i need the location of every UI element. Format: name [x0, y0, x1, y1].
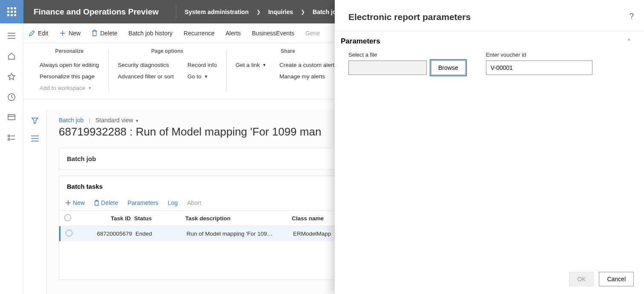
tasks-delete[interactable]: Delete [94, 199, 118, 206]
workspace-icon[interactable] [7, 113, 16, 122]
manage-my-alerts[interactable]: Manage my alerts [279, 71, 340, 82]
strip-group-page-options: Page options Security diagnostics Advanc… [109, 48, 226, 94]
strip-group-share: Share Get a link▾ Create a custom alert▾… [226, 48, 350, 94]
voucher-id-label: Enter voucher id [486, 52, 592, 58]
flyout-footer: OK Cancel [335, 264, 644, 294]
list-icon[interactable] [31, 135, 39, 143]
flyout-title: Electronic report parameters [348, 12, 471, 22]
svg-rect-3 [8, 138, 10, 140]
generate-action-truncated[interactable]: Gene [305, 30, 320, 37]
hamburger-icon[interactable] [7, 31, 16, 40]
alerts-action[interactable]: Alerts [225, 30, 241, 37]
parameters-flyout: Electronic report parameters ? Parameter… [335, 0, 644, 294]
chevron-down-icon: ▾ [263, 62, 266, 68]
add-to-workspace[interactable]: Add to workspace▾ [40, 82, 99, 94]
personalize-this-page[interactable]: Personalize this page [40, 71, 99, 82]
home-icon[interactable] [7, 52, 16, 61]
chevron-right-icon: ❯ [256, 9, 261, 15]
breadcrumb: System administration ❯ Inquiries ❯ Batc… [185, 9, 343, 15]
col-task-desc[interactable]: Task description [185, 215, 292, 222]
record-mini-rail [23, 109, 47, 294]
strip-head-page-options: Page options [118, 48, 217, 54]
modules-icon[interactable] [7, 133, 16, 143]
recurrence-action[interactable]: Recurrence [184, 30, 214, 37]
standard-view-dropdown[interactable]: Standard view ▾ [95, 117, 138, 124]
chevron-right-icon: ❯ [301, 9, 305, 15]
left-nav-rail [0, 23, 23, 294]
voucher-id-input[interactable] [486, 61, 592, 75]
strip-head-share: Share [236, 48, 340, 54]
batch-job-link[interactable]: Batch job [59, 117, 83, 124]
select-all-radio[interactable] [64, 214, 71, 221]
browse-button[interactable]: Browse [431, 61, 466, 75]
security-diagnostics[interactable]: Security diagnostics [118, 59, 174, 71]
create-custom-alert[interactable]: Create a custom alert▾ [279, 59, 340, 71]
go-to[interactable]: Go to▾ [187, 71, 217, 82]
field-select-file: Select a file Browse [348, 52, 466, 75]
new-action[interactable]: New [59, 30, 80, 37]
tasks-parameters[interactable]: Parameters [127, 199, 158, 206]
cell-desc: Run of Model mapping 'For 109… [187, 231, 293, 237]
flyout-section-parameters[interactable]: Parameters ˄ [335, 31, 644, 50]
cancel-button[interactable]: Cancel [599, 272, 634, 286]
select-file-label: Select a file [348, 52, 466, 58]
tasks-log[interactable]: Log [168, 199, 178, 206]
always-open-editing[interactable]: Always open for editing [40, 59, 99, 71]
chevron-down-icon: ▾ [205, 74, 207, 79]
tasks-abort: Abort [187, 199, 201, 206]
breadcrumb-item-inquiries[interactable]: Inquiries [268, 9, 293, 15]
flyout-body: Select a file Browse Enter voucher id [335, 50, 644, 77]
batch-history-action[interactable]: Batch job history [129, 30, 173, 37]
trash-icon [94, 200, 99, 206]
get-a-link[interactable]: Get a link▾ [236, 59, 266, 71]
plus-icon [59, 30, 66, 37]
recent-icon[interactable] [7, 92, 16, 102]
ok-button: OK [569, 272, 594, 286]
delete-action[interactable]: Delete [92, 30, 117, 37]
trash-icon [92, 30, 98, 37]
svg-rect-1 [8, 115, 15, 120]
field-voucher-id: Enter voucher id [486, 52, 592, 75]
breadcrumb-separator [176, 6, 176, 18]
app-launcher[interactable] [0, 0, 23, 23]
waffle-icon [7, 7, 16, 16]
flyout-header: Electronic report parameters ? [335, 0, 644, 27]
breadcrumb-item-sysadmin[interactable]: System administration [185, 9, 249, 15]
chevron-up-icon: ˄ [628, 39, 630, 44]
help-icon[interactable]: ? [630, 12, 634, 21]
svg-rect-2 [8, 135, 10, 137]
tasks-new[interactable]: New [65, 199, 85, 206]
filter-icon[interactable] [31, 117, 39, 126]
app-title: Finance and Operations Preview [34, 7, 159, 17]
col-task-id[interactable]: Task ID [83, 215, 134, 222]
business-events-action[interactable]: BusinessEvents [252, 30, 294, 37]
record-info[interactable]: Record info [187, 59, 217, 71]
pipe-separator: | [89, 117, 90, 124]
col-status[interactable]: Status [134, 215, 185, 222]
advanced-filter-sort[interactable]: Advanced filter or sort [118, 71, 174, 82]
cell-status: Ended [135, 231, 187, 237]
row-select-radio[interactable] [66, 230, 72, 236]
strip-head-personalize: Personalize [40, 48, 99, 54]
pencil-icon [29, 30, 35, 37]
select-file-input[interactable] [348, 61, 427, 75]
cell-task-id: 68720005679 [84, 231, 135, 237]
plus-icon [65, 200, 71, 206]
chevron-down-icon: ▾ [136, 118, 138, 123]
strip-group-personalize: Personalize Always open for editing Pers… [30, 48, 109, 94]
star-icon[interactable] [7, 72, 16, 81]
edit-action[interactable]: Edit [29, 30, 48, 37]
chevron-down-icon: ▾ [89, 85, 91, 91]
